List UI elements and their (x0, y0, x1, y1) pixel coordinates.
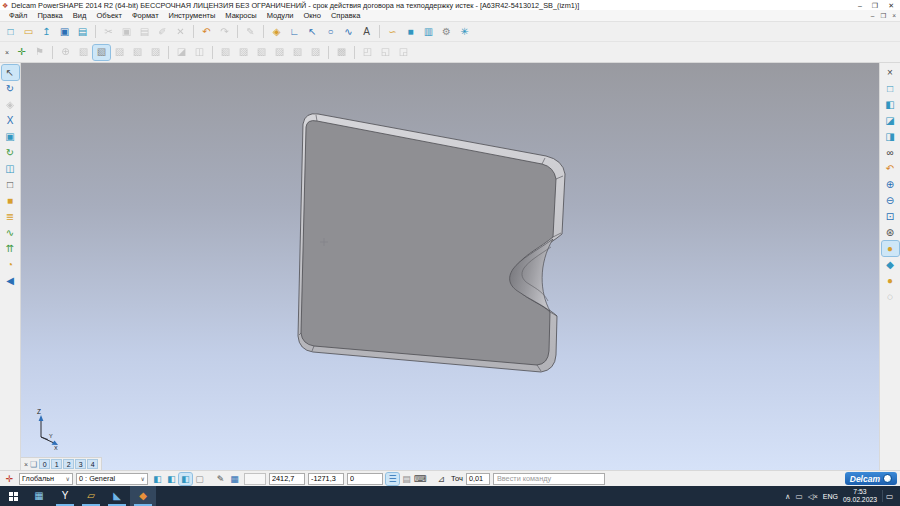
menu-item[interactable]: Правка (32, 10, 67, 21)
hidden-icons-chevron[interactable]: ∧ (785, 492, 791, 501)
taskbar-clock[interactable]: 7:53 09.02.2023 (843, 488, 877, 504)
circle-button[interactable]: ○ (322, 24, 339, 39)
grid-size-field[interactable] (244, 473, 266, 485)
solid-button[interactable]: ■ (402, 24, 419, 39)
solid-feature-6-button[interactable]: ◪ (173, 45, 190, 60)
wireframe-convert-tool[interactable]: X (2, 113, 19, 128)
solid-feature-11-button[interactable]: ▨ (271, 45, 288, 60)
level-tab[interactable]: 0 (39, 459, 50, 469)
zoom-out-button[interactable]: ⊖ (882, 193, 899, 208)
menu-item[interactable]: Модули (262, 10, 299, 21)
menu-item[interactable]: Инструменты (164, 10, 221, 21)
command-input[interactable] (493, 473, 605, 485)
copy-button[interactable]: ▣ (118, 24, 135, 39)
child-restore-button[interactable]: ❐ (880, 12, 886, 20)
solid-edit-3-button[interactable]: ◲ (395, 45, 412, 60)
restore-button[interactable]: ❐ (872, 2, 878, 9)
view-rotate-cube-button[interactable]: ◨ (882, 129, 899, 144)
workplane-tool-button[interactable]: ✛ (13, 45, 30, 60)
zoom-box-button[interactable]: ⊡ (882, 209, 899, 224)
split-tool[interactable]: ◔ (2, 257, 19, 272)
sketch-button[interactable]: ✎ (242, 24, 259, 39)
solid-feature-12-button[interactable]: ▧ (289, 45, 306, 60)
wire-box-tool[interactable]: □ (2, 177, 19, 192)
keyboard-icon[interactable]: ⌨ (414, 473, 427, 485)
view-wireframe-button[interactable]: □ (882, 81, 899, 96)
surface-mode-tool[interactable]: ◈ (2, 97, 19, 112)
solid-replace-tool[interactable]: ↻ (2, 145, 19, 160)
position-list-icon[interactable]: ☰ (386, 473, 399, 485)
model-canvas[interactable]: Z Y X (21, 63, 879, 470)
coordinate-x-input[interactable] (269, 473, 305, 485)
previous-panel-tool[interactable]: ◀ (2, 273, 19, 288)
solid-edit-1-button[interactable]: ◰ (359, 45, 376, 60)
taskbar-yandex-browser[interactable]: Y (52, 486, 78, 506)
compare-solids-tool[interactable]: ◫ (2, 161, 19, 176)
calculator-icon[interactable]: ▤ (400, 473, 413, 485)
viewport-3d[interactable]: Z Y X × ❏ 0 1 2 3 4 (21, 63, 879, 470)
solid-edit-2-button[interactable]: ◱ (377, 45, 394, 60)
open-model-button[interactable]: ▭ (20, 24, 37, 39)
coordinate-z-input[interactable] (347, 473, 383, 485)
level-tab[interactable]: 3 (75, 459, 86, 469)
primitive-box-tool[interactable]: ■ (2, 193, 19, 208)
morph-tool[interactable]: ∿ (2, 225, 19, 240)
taskbar-file-explorer[interactable]: ▱ (78, 486, 104, 506)
taskbar-powershape[interactable]: ◆ (130, 486, 156, 506)
zoom-full-button[interactable]: ⊕ (882, 177, 899, 192)
menu-item[interactable]: Справка (326, 10, 365, 21)
save-button[interactable]: ▣ (56, 24, 73, 39)
line-button[interactable]: ∟ (286, 24, 303, 39)
child-minimize-button[interactable]: – (871, 12, 875, 20)
text-button[interactable]: A (358, 24, 375, 39)
solid-extrude-tool[interactable]: ▣ (2, 129, 19, 144)
cut-button[interactable]: ✂ (100, 24, 117, 39)
workplane-off-icon[interactable]: ▢ (193, 473, 206, 485)
grid-icon[interactable]: ▦ (228, 473, 241, 485)
flag-tool-button[interactable]: ⚑ (31, 45, 48, 60)
solid-feature-5-button[interactable]: ▨ (147, 45, 164, 60)
minimize-button[interactable]: – (858, 2, 862, 9)
solid-feature-1-button[interactable]: ▧ (75, 45, 92, 60)
erase-button[interactable]: ✐ (154, 24, 171, 39)
action-center-icon[interactable]: ▭ (882, 490, 896, 502)
dock-close-button[interactable]: × (2, 45, 12, 60)
workplane-create-button[interactable]: ◈ (268, 24, 285, 39)
coordinate-y-input[interactable] (308, 473, 344, 485)
solid-feature-7-button[interactable]: ◫ (191, 45, 208, 60)
delete-button[interactable]: ✕ (172, 24, 189, 39)
select-tool[interactable]: ↖ (2, 65, 19, 80)
view-previous-button[interactable]: ↶ (882, 161, 899, 176)
menu-item[interactable]: Формат (127, 10, 164, 21)
view-alarm-button[interactable]: ◆ (882, 257, 899, 272)
solid-feature-4-button[interactable]: ▧ (129, 45, 146, 60)
transparency-button[interactable]: ◌ (882, 289, 899, 304)
measure-icon[interactable]: ⊿ (435, 473, 448, 485)
surface-button[interactable]: ∽ (384, 24, 401, 39)
workplane-indicator-icon[interactable]: ✛ (3, 473, 16, 485)
solid-feature-8-button[interactable]: ▧ (217, 45, 234, 60)
close-view-toolbar-button[interactable]: × (882, 65, 899, 80)
undo-button[interactable]: ↶ (198, 24, 215, 39)
network-icon[interactable]: ▭ (796, 492, 803, 501)
levels-close-button[interactable]: × (24, 461, 28, 468)
taskbar-app-vnc[interactable]: ◣ (104, 486, 130, 506)
print-button[interactable]: ▤ (74, 24, 91, 39)
level-tab[interactable]: 4 (87, 459, 98, 469)
tolerance-value[interactable]: 0,01 (466, 473, 490, 485)
curve-button[interactable]: ∿ (340, 24, 357, 39)
direction-tool[interactable]: ⇈ (2, 241, 19, 256)
dynamic-view-tool[interactable]: ↻ (2, 81, 19, 96)
solid-feature-3-button[interactable]: ▨ (111, 45, 128, 60)
level-tab[interactable]: 1 (51, 459, 62, 469)
new-model-button[interactable]: □ (2, 24, 19, 39)
solid-boolean-button[interactable]: ▩ (333, 45, 350, 60)
solid-add-feature-button[interactable]: ⊕ (57, 45, 74, 60)
edit-workplane-icon[interactable]: ✎ (214, 473, 227, 485)
workplane-toggle-2-icon[interactable]: ◧ (165, 473, 178, 485)
menu-item[interactable]: Окно (299, 10, 326, 21)
taskbar-app-settings[interactable]: ▦ (26, 486, 52, 506)
material-button[interactable]: ● (882, 273, 899, 288)
arrow-button[interactable]: ↖ (304, 24, 321, 39)
language-indicator[interactable]: ENG (823, 493, 838, 500)
